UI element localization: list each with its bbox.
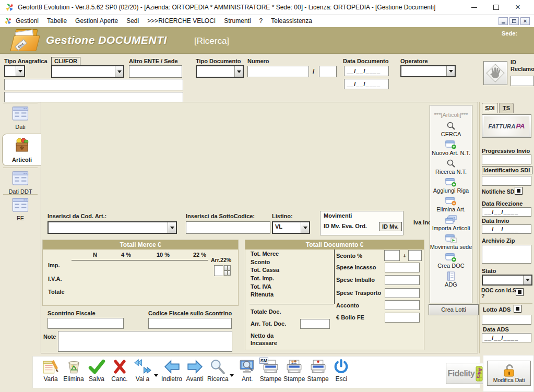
scontrino-fiscale-input[interactable] [48,318,124,329]
chevron-down-icon[interactable] [168,222,176,233]
elimina-art-button[interactable]: Elimina Art. [436,196,466,212]
elimina-button[interactable]: Elimina [62,359,85,383]
sconto-pct-2-input[interactable] [408,250,422,261]
id-mv-button[interactable]: ID Mv. [379,222,402,231]
notifiche-sdi-checkbox[interactable] [515,187,523,195]
chevron-down-icon[interactable] [115,66,123,77]
inserisci-cod-art-combo[interactable] [48,221,177,234]
ricerca-button[interactable]: Ricerca [206,359,230,383]
menu-item-teleassistenza[interactable]: Teleassistenza [271,17,312,25]
ragione-sociale-2-input[interactable] [4,92,183,102]
menu-item-gestioni[interactable]: Gestioni [16,17,39,25]
ricerca-dropdown-caret[interactable] [230,374,234,377]
ricerca-nt-button[interactable]: Ricerca N.T. [435,159,467,175]
data-invio-input[interactable] [482,224,531,234]
spinner-up-button[interactable] [224,265,231,270]
data-ricezione-input[interactable] [482,207,531,217]
data-documento-a-input[interactable] [344,79,389,89]
spinner-down-button[interactable] [224,270,231,276]
fidelity-button[interactable]: Fidelity card [446,363,484,384]
tipo-documento-label: Tipo Documento [196,58,241,64]
menu-item-tabelle[interactable]: Tabelle [47,17,67,25]
crea-doc-button[interactable]: Crea DOC [437,253,464,269]
nuovo-art-nt-button[interactable]: Nuovo Art. N.T. [432,140,470,156]
cerca-button[interactable]: CERCA [441,121,461,137]
salva-button[interactable]: Salva [85,359,108,383]
close-button[interactable]: × [507,1,529,14]
tab-dati[interactable]: Dati [0,104,41,133]
vai-a-button[interactable]: Vai a [131,359,154,383]
stampe-sm-button[interactable]: SM Stampe [259,359,282,383]
vai-a-dropdown-caret[interactable] [154,374,158,377]
fattura-pa-button[interactable]: FATTURA PA [482,114,531,138]
aggiungi-riga-button[interactable]: Aggiungi Riga [433,177,469,194]
chevron-down-icon[interactable] [16,66,24,76]
indietro-button[interactable]: Indietro [160,359,183,383]
data-documento-da-input[interactable] [344,66,389,76]
adg-button[interactable]: ADG [445,271,457,288]
mdi-close-button[interactable]: × [520,17,530,25]
data-ads-input[interactable] [482,333,531,342]
maximize-button[interactable] [485,1,507,14]
bollo-fe-input[interactable] [385,313,420,323]
menu-item-sedi[interactable]: Sedi [126,17,139,25]
acconto-input[interactable] [385,300,420,310]
listino-combo[interactable]: VL [272,221,310,234]
avanti-button[interactable]: Avanti [183,359,206,383]
menu-item-help[interactable]: ? [259,17,263,25]
lotto-ads-checkbox[interactable] [514,305,521,313]
cli-for-button[interactable]: CLI/FOR [51,57,80,65]
arrotondamento-input[interactable] [214,265,223,276]
tipo-documento-combo[interactable] [196,65,244,78]
id-reclamo-input[interactable] [511,76,534,86]
tab-articoli[interactable]: Articoli [2,134,41,166]
movimenta-sede-button[interactable]: Movimenta sede [430,234,472,250]
tab-sdi[interactable]: SDI [482,103,498,113]
inserisci-sottocodice-input[interactable] [186,221,270,234]
mdi-minimize-button[interactable] [499,17,508,25]
spese-imballo-input[interactable] [385,275,420,285]
mdi-restore-button[interactable] [509,17,519,25]
progressivo-invio-input[interactable] [482,155,531,164]
archivio-zip-box[interactable] [482,245,531,264]
altro-ente-input[interactable] [129,65,182,78]
chevron-down-icon[interactable] [234,66,243,77]
minimize-button[interactable] [463,1,485,14]
tipo-anagrafica-combo[interactable] [4,65,25,77]
menu-item-ricerche-veloci[interactable]: >>>RICERCHE VELOCI [147,17,216,25]
tab-fe[interactable]: FE [0,195,41,220]
note-textarea[interactable] [58,331,232,352]
doc-con-idsdi-checkbox[interactable] [516,288,524,296]
canc-button[interactable]: Canc. [108,359,131,383]
hand-button[interactable] [483,61,507,85]
numero-bis-input[interactable] [319,66,337,77]
ragione-sociale-input[interactable] [4,79,183,90]
modifica-dati-button[interactable]: Modifica Dati [487,361,531,386]
varia-button[interactable]: Varia [39,359,62,383]
spese-trasporto-input[interactable] [385,288,420,298]
sconto-pct-1-input[interactable] [384,250,400,261]
identificativo-sdi-input[interactable] [482,176,531,186]
menu-item-strumenti[interactable]: Strumenti [224,17,251,25]
spese-incasso-input[interactable] [385,263,420,272]
tab-dati-ddt[interactable]: Dati DDT [0,169,41,193]
stato-combo[interactable] [482,275,532,286]
operatore-combo[interactable] [400,65,456,77]
stampe-operatori-button[interactable]: Stampe [282,359,306,383]
chevron-down-icon[interactable] [446,66,455,76]
anagrafica-combo[interactable] [51,65,124,78]
importa-articoli-button[interactable]: Importa Articoli [432,215,470,231]
ritenuta-label: Ritenuta [251,291,274,298]
numero-input[interactable] [247,66,309,77]
chevron-down-icon[interactable] [523,276,531,284]
anteprima-button[interactable]: Ant. [236,359,259,383]
menu-item-gestioni-aperte[interactable]: Gestioni Aperte [75,17,118,25]
tab-ts[interactable]: TS [499,103,514,113]
stampe-fiscale-button[interactable]: Stampe [306,359,329,383]
crea-lotti-button[interactable]: Crea Lotti [429,304,479,315]
lotto-ads-input[interactable] [482,315,531,325]
arr-tot-doc-input[interactable] [300,319,330,329]
codice-fiscale-scontrino-input[interactable] [148,318,232,329]
esci-button[interactable]: Esci [330,359,353,383]
chevron-down-icon[interactable] [301,222,309,233]
